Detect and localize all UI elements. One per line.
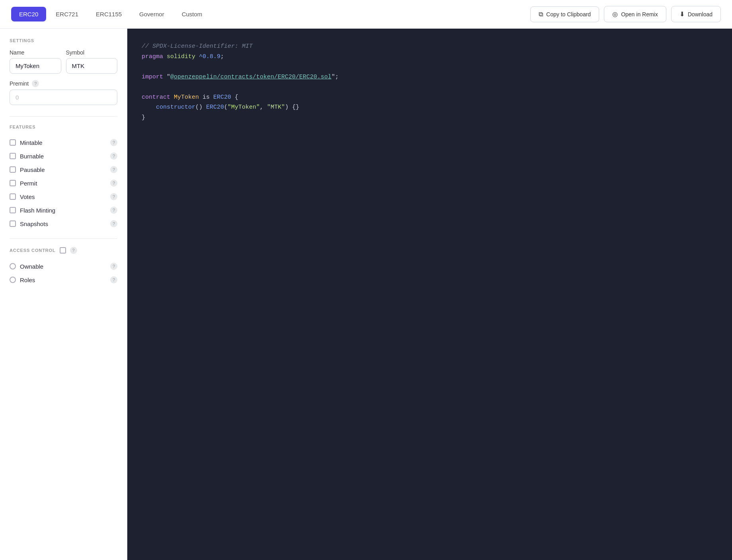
feature-permit: Permit ?: [10, 176, 117, 190]
flash-minting-checkbox[interactable]: [10, 207, 16, 213]
features-section: FEATURES Mintable ? Burnable ? Pausable …: [10, 125, 117, 230]
code-solidity-kw: solidity: [167, 53, 195, 60]
premint-label: Premint: [10, 80, 29, 87]
tab-custom[interactable]: Custom: [174, 7, 210, 21]
mintable-hint-icon[interactable]: ?: [110, 139, 117, 146]
votes-checkbox[interactable]: [10, 193, 16, 200]
ownable-radio[interactable]: [10, 263, 16, 269]
burnable-label: Burnable: [20, 153, 106, 160]
name-field-group: Name: [10, 49, 61, 74]
premint-field-group: Premint ?: [10, 80, 117, 105]
features-label: FEATURES: [10, 125, 117, 129]
code-arg1: "MyToken": [228, 104, 260, 111]
snapshots-checkbox[interactable]: [10, 220, 16, 227]
features-divider: [10, 238, 117, 239]
premint-hint-icon[interactable]: ?: [32, 80, 39, 87]
code-comment: // SPDX-License-Identifier: MIT: [142, 43, 253, 50]
download-icon: ⬇: [679, 10, 685, 18]
ownable-label: Ownable: [20, 263, 106, 270]
code-import-kw: import: [142, 74, 163, 80]
download-label: Download: [688, 11, 713, 18]
permit-label: Permit: [20, 180, 106, 187]
access-roles: Roles ?: [10, 273, 117, 287]
open-remix-button[interactable]: ◎ Open in Remix: [604, 6, 666, 22]
burnable-hint-icon[interactable]: ?: [110, 152, 117, 160]
feature-votes: Votes ?: [10, 190, 117, 203]
tab-governor[interactable]: Governor: [131, 7, 172, 21]
permit-hint-icon[interactable]: ?: [110, 180, 117, 187]
code-quote-close: ": [331, 74, 335, 80]
flash-minting-hint-icon[interactable]: ?: [110, 207, 117, 214]
premint-input[interactable]: [10, 90, 117, 105]
access-hint-icon[interactable]: ?: [70, 247, 77, 254]
symbol-input[interactable]: [66, 58, 118, 74]
ownable-hint-icon[interactable]: ?: [110, 263, 117, 270]
name-label: Name: [10, 49, 61, 56]
access-label: ACCESS CONTROL: [10, 248, 56, 253]
feature-flash-minting: Flash Minting ?: [10, 203, 117, 217]
code-arg2: "MTK": [267, 104, 285, 111]
permit-checkbox[interactable]: [10, 180, 16, 186]
code-space4: [170, 94, 174, 101]
nav-tabs: ERC20 ERC721 ERC1155 Governor Custom: [11, 7, 530, 21]
code-block: // SPDX-License-Identifier: MIT pragma s…: [142, 41, 718, 123]
code-erc20-type: ERC20: [213, 94, 231, 101]
mintable-label: Mintable: [20, 139, 106, 146]
code-constructor-parens: (): [195, 104, 206, 111]
code-contract-kw: contract: [142, 94, 170, 101]
settings-label: SETTINGS: [10, 38, 117, 43]
flash-minting-label: Flash Minting: [20, 207, 106, 214]
roles-hint-icon[interactable]: ?: [110, 276, 117, 283]
access-section: ACCESS CONTROL ? Ownable ? Roles ?: [10, 247, 117, 287]
symbol-field-group: Symbol: [66, 49, 118, 74]
code-version: ^0.8.9: [199, 53, 220, 60]
feature-pausable: Pausable ?: [10, 163, 117, 176]
code-space1: [163, 53, 167, 60]
code-space5: [199, 94, 202, 101]
name-input[interactable]: [10, 58, 61, 74]
code-space3: [163, 74, 167, 80]
tab-erc1155[interactable]: ERC1155: [88, 7, 130, 21]
main-layout: SETTINGS Name Symbol Premint ?: [0, 29, 732, 560]
premint-row: Premint ?: [10, 80, 117, 87]
top-nav: ERC20 ERC721 ERC1155 Governor Custom ⧉ C…: [0, 0, 732, 29]
pausable-checkbox[interactable]: [10, 166, 16, 173]
code-import-path: @openzeppelin/contracts/token/ERC20/ERC2…: [170, 74, 331, 80]
roles-label: Roles: [20, 277, 106, 283]
code-close-paren: ) {}: [285, 104, 299, 111]
code-pragma-kw: pragma: [142, 53, 163, 60]
code-space2: [195, 53, 199, 60]
settings-divider: [10, 116, 117, 117]
feature-snapshots: Snapshots ?: [10, 217, 117, 230]
name-symbol-row: Name Symbol: [10, 49, 117, 74]
burnable-checkbox[interactable]: [10, 153, 16, 159]
access-header: ACCESS CONTROL ?: [10, 247, 117, 254]
code-comma: ,: [260, 104, 267, 111]
feature-burnable: Burnable ?: [10, 149, 117, 163]
votes-hint-icon[interactable]: ?: [110, 193, 117, 200]
pausable-hint-icon[interactable]: ?: [110, 166, 117, 173]
snapshots-hint-icon[interactable]: ?: [110, 220, 117, 227]
tab-erc20[interactable]: ERC20: [11, 7, 46, 21]
code-panel: // SPDX-License-Identifier: MIT pragma s…: [127, 29, 732, 560]
access-control-checkbox[interactable]: [60, 247, 66, 254]
download-button[interactable]: ⬇ Download: [671, 6, 721, 22]
remix-label: Open in Remix: [621, 11, 658, 18]
roles-radio[interactable]: [10, 277, 16, 283]
feature-mintable: Mintable ?: [10, 136, 117, 149]
tab-erc721[interactable]: ERC721: [48, 7, 86, 21]
copy-icon: ⧉: [539, 11, 543, 18]
code-brace-open: {: [231, 94, 238, 101]
code-indent: [142, 104, 156, 111]
mintable-checkbox[interactable]: [10, 139, 16, 146]
code-quote-open: ": [167, 74, 170, 80]
votes-label: Votes: [20, 193, 106, 200]
copy-label: Copy to Clipboard: [546, 11, 591, 18]
code-semi1: ;: [220, 53, 224, 60]
code-constructor-kw: constructor: [156, 104, 195, 111]
code-erc20-args: (: [224, 104, 228, 111]
settings-section: SETTINGS Name Symbol Premint ?: [10, 38, 117, 105]
code-semi2: ;: [335, 74, 339, 80]
code-erc20-call: ERC20: [206, 104, 224, 111]
copy-clipboard-button[interactable]: ⧉ Copy to Clipboard: [530, 6, 599, 22]
